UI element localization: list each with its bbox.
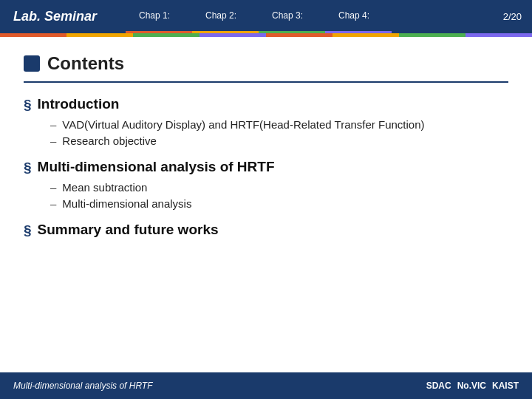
list-item: – Multi-dimensional analysis xyxy=(50,197,508,210)
chap4-label: Chap 4: xyxy=(325,0,392,33)
header-title: Lab. Seminar xyxy=(0,0,126,33)
footer-right: SDAC No.VIC KAIST xyxy=(426,381,519,391)
section-bullet-1: § xyxy=(24,97,32,113)
slide-footer: Multi-dimensional analysis of HRTF SDAC … xyxy=(0,372,532,399)
subitem-1-1: VAD(Virtual Auditory Display) and HRTF(H… xyxy=(62,118,424,131)
contents-title: Contents xyxy=(47,53,124,74)
chap1-label: Chap 1: xyxy=(126,0,192,33)
list-item: – Research objective xyxy=(50,134,508,147)
chap2-label: Chap 2: xyxy=(192,0,259,33)
section-summary: § Summary and future works xyxy=(24,222,508,239)
footer-org3: KAIST xyxy=(492,381,519,391)
list-item: – Mean subtraction xyxy=(50,181,508,194)
list-item: – VAD(Virtual Auditory Display) and HRTF… xyxy=(50,118,508,131)
footer-org1: SDAC xyxy=(426,381,451,391)
section-bullet-3: § xyxy=(24,222,32,239)
page-number: 2/20 xyxy=(493,0,532,33)
contents-icon xyxy=(24,55,40,72)
color-bar xyxy=(0,33,532,37)
section-introduction: § Introduction – VAD(Virtual Auditory Di… xyxy=(24,96,508,147)
section-title-3: Summary and future works xyxy=(38,222,219,238)
footer-org2: No.VIC xyxy=(457,381,486,391)
section-title-2: Multi-dimensional analysis of HRTF xyxy=(38,159,275,175)
footer-left: Multi-dimensional analysis of HRTF xyxy=(13,381,153,391)
contents-divider xyxy=(24,81,508,83)
subitem-2-2: Multi-dimensional analysis xyxy=(62,197,191,210)
slide-body: Contents § Introduction – VAD(Virtual Au… xyxy=(0,37,532,262)
contents-header: Contents xyxy=(24,53,508,74)
header-chaps: Chap 1: Chap 2: Chap 3: Chap 4: xyxy=(126,0,493,33)
subitem-2-1: Mean subtraction xyxy=(62,181,147,194)
section-title-1: Introduction xyxy=(38,96,120,112)
section-bullet-2: § xyxy=(24,160,32,176)
section-multidimensional: § Multi-dimensional analysis of HRTF – M… xyxy=(24,159,508,210)
section-2-subitems: – Mean subtraction – Multi-dimensional a… xyxy=(50,181,508,210)
section-1-subitems: – VAD(Virtual Auditory Display) and HRTF… xyxy=(50,118,508,147)
subitem-1-2: Research objective xyxy=(62,134,157,147)
slide-header: Lab. Seminar Chap 1: Chap 2: Chap 3: Cha… xyxy=(0,0,532,33)
chap3-label: Chap 3: xyxy=(259,0,325,33)
